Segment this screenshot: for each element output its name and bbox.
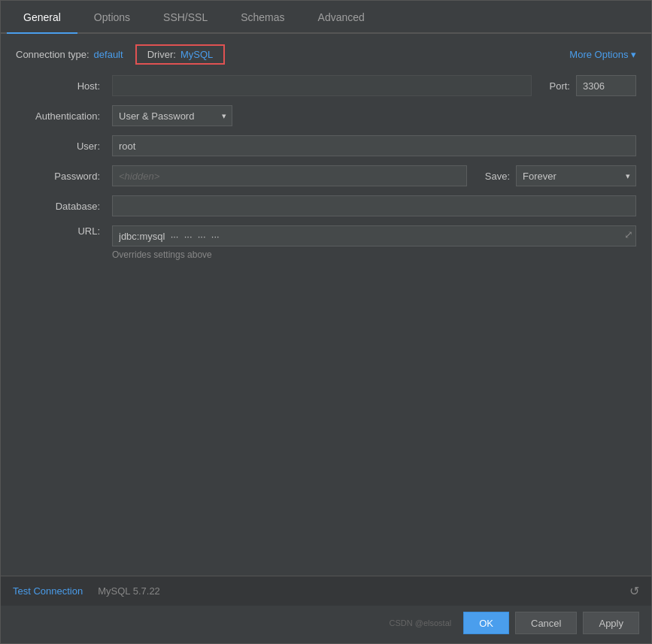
url-input-wrapper: ⤢: [112, 225, 636, 246]
refresh-icon[interactable]: ↺: [629, 584, 639, 598]
test-connection-button[interactable]: Test Connection: [13, 585, 83, 597]
url-label: URL:: [16, 225, 106, 237]
database-row: Database:: [16, 195, 636, 216]
watermark: CSDN @elsostal: [390, 618, 452, 627]
auth-label: Authentication:: [16, 110, 106, 122]
password-input[interactable]: [112, 165, 467, 186]
port-input[interactable]: [576, 75, 636, 96]
url-row: URL: ⤢: [16, 225, 636, 246]
empty-space: [1, 426, 651, 576]
host-row: Host: Port:: [16, 75, 636, 96]
cancel-button[interactable]: Cancel: [515, 612, 577, 634]
tab-general[interactable]: General: [7, 1, 77, 34]
database-label: Database:: [16, 201, 106, 212]
connection-dialog: General Options SSH/SSL Schemas Advanced…: [0, 0, 652, 644]
tab-schemas[interactable]: Schemas: [224, 1, 301, 34]
database-input[interactable]: [112, 195, 636, 216]
driver-box[interactable]: Driver: MySQL: [135, 44, 226, 65]
connection-type-label: Connection type:: [16, 49, 89, 60]
auth-select[interactable]: User & Password No auth LDAP: [112, 105, 232, 126]
form-content: Connection type: default Driver: MySQL M…: [1, 34, 651, 426]
tab-sshssl[interactable]: SSH/SSL: [147, 1, 224, 34]
user-row: User:: [16, 135, 636, 156]
tab-bar: General Options SSH/SSL Schemas Advanced: [1, 1, 651, 34]
url-input[interactable]: [112, 225, 636, 246]
save-select[interactable]: Forever Until restart Never: [516, 165, 636, 186]
user-input[interactable]: [112, 135, 636, 156]
save-group: Save: Forever Until restart Never ▾: [485, 165, 636, 186]
password-row: Password: Save: Forever Until restart Ne…: [16, 165, 636, 186]
mysql-version: MySQL 5.7.22: [98, 585, 160, 597]
ok-button[interactable]: OK: [463, 612, 509, 634]
connection-type-value[interactable]: default: [94, 49, 123, 60]
connection-type-row: Connection type: default Driver: MySQL M…: [16, 44, 636, 65]
driver-label: Driver:: [147, 49, 176, 60]
tab-advanced[interactable]: Advanced: [302, 1, 381, 34]
bottom-bar: Test Connection MySQL 5.7.22 ↺: [1, 576, 651, 606]
url-hint: Overrides settings above: [112, 249, 636, 260]
port-label: Port:: [550, 80, 570, 92]
password-label: Password:: [16, 171, 106, 182]
tab-options[interactable]: Options: [77, 1, 147, 34]
auth-row: Authentication: User & Password No auth …: [16, 105, 636, 126]
save-select-wrapper: Forever Until restart Never ▾: [516, 165, 636, 186]
apply-button[interactable]: Apply: [583, 612, 639, 634]
save-label: Save:: [485, 171, 510, 182]
user-label: User:: [16, 141, 106, 152]
port-group: Port:: [550, 75, 636, 96]
host-input[interactable]: [112, 75, 532, 96]
auth-select-wrapper: User & Password No auth LDAP ▾: [112, 105, 232, 126]
more-options-button[interactable]: More Options ▾: [569, 49, 636, 60]
action-row: CSDN @elsostal OK Cancel Apply: [1, 606, 651, 643]
host-label: Host:: [16, 80, 106, 92]
url-expand-icon[interactable]: ⤢: [624, 228, 633, 240]
driver-value[interactable]: MySQL: [180, 49, 213, 60]
